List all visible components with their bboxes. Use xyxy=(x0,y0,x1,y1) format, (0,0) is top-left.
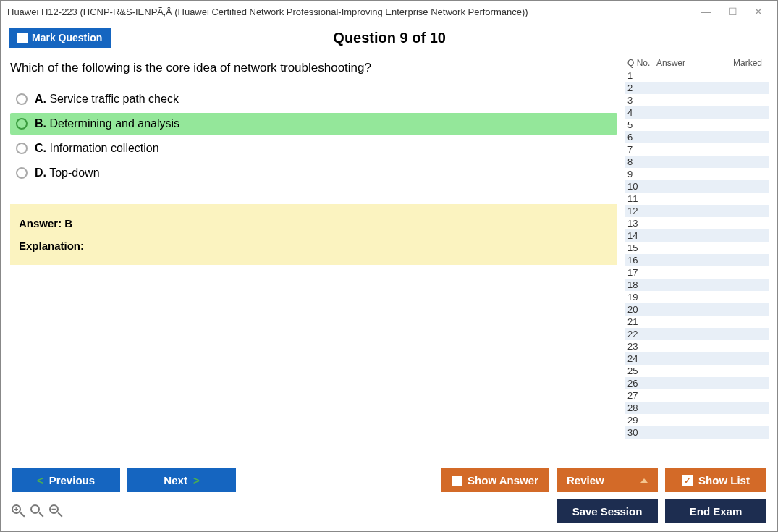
chevron-up-icon xyxy=(640,478,648,483)
option-c-label: C. Information collection xyxy=(35,142,159,155)
app-window: Huawei H12-223 (HCNP-R&S-IENPÃ‚Â (Huawei… xyxy=(0,0,778,532)
save-session-label: Save Session xyxy=(572,505,643,518)
zoom-out-icon[interactable]: − xyxy=(49,504,64,519)
list-item[interactable]: 10 xyxy=(625,180,769,193)
list-item[interactable]: 28 xyxy=(625,402,769,414)
radio-icon xyxy=(16,143,28,154)
list-item[interactable]: 9 xyxy=(625,168,769,180)
next-button[interactable]: Next > xyxy=(127,468,236,492)
radio-icon xyxy=(16,93,28,105)
qlist-header-qno: Q No. xyxy=(627,58,656,68)
list-item[interactable]: 3 xyxy=(625,94,769,106)
qlist-header-marked: Marked xyxy=(727,58,766,68)
list-item[interactable]: 19 xyxy=(625,291,769,303)
qlist-header-answer: Answer xyxy=(656,58,727,68)
qlist-header: Q No. Answer Marked xyxy=(625,56,769,69)
question-counter-title: Question 9 of 10 xyxy=(9,30,769,46)
next-label: Next xyxy=(164,474,187,486)
list-item[interactable]: 6 xyxy=(625,131,769,143)
list-item[interactable]: 17 xyxy=(625,266,769,279)
list-item[interactable]: 1 xyxy=(625,69,769,82)
list-item[interactable]: 11 xyxy=(625,193,769,205)
list-item[interactable]: 12 xyxy=(625,205,769,217)
list-item[interactable]: 14 xyxy=(625,229,769,242)
list-item[interactable]: 26 xyxy=(625,377,769,389)
question-panel: Which of the following is the core idea … xyxy=(9,56,625,461)
explanation-line: Explanation: xyxy=(19,240,609,252)
review-button[interactable]: Review xyxy=(557,468,658,492)
list-item[interactable]: 25 xyxy=(625,365,769,377)
question-list-panel: Q No. Answer Marked 1 2 3 4 5 6 7 8 9 10… xyxy=(625,56,769,461)
list-item[interactable]: 4 xyxy=(625,106,769,119)
list-item[interactable]: 23 xyxy=(625,340,769,352)
maximize-icon[interactable]: ☐ xyxy=(726,6,739,17)
window-title: Huawei H12-223 (HCNP-R&S-IENPÃ‚Â (Huawei… xyxy=(7,7,700,17)
list-item[interactable]: 20 xyxy=(625,303,769,316)
previous-button[interactable]: < Previous xyxy=(12,468,120,492)
footer: < Previous Next > Show Answer Review ✓ S… xyxy=(1,461,777,499)
radio-icon xyxy=(16,118,28,130)
list-item[interactable]: 24 xyxy=(625,352,769,365)
qlist-scroll[interactable]: 1 2 3 4 5 6 7 8 9 10 11 12 13 14 15 16 1… xyxy=(625,69,769,461)
list-item[interactable]: 21 xyxy=(625,316,769,328)
window-controls: — ☐ ✕ xyxy=(700,6,771,17)
zoom-in-icon[interactable]: + xyxy=(12,504,26,519)
chevron-left-icon: < xyxy=(37,474,43,486)
list-item[interactable]: 29 xyxy=(625,414,769,426)
end-exam-label: End Exam xyxy=(690,505,743,518)
radio-icon xyxy=(16,167,28,179)
list-item[interactable]: 27 xyxy=(625,389,769,402)
main-row: Which of the following is the core idea … xyxy=(1,56,777,461)
option-a-row[interactable]: A. Service traffic path check xyxy=(10,88,617,110)
list-item[interactable]: 22 xyxy=(625,328,769,340)
header-row: Mark Question Question 9 of 10 xyxy=(1,22,777,56)
option-d-row[interactable]: D. Top-down xyxy=(10,162,617,184)
show-list-label: Show List xyxy=(698,474,750,486)
zoom-reset-icon[interactable] xyxy=(30,504,45,519)
list-item[interactable]: 2 xyxy=(625,82,769,94)
list-item[interactable]: 18 xyxy=(625,279,769,291)
answer-line: Answer: B xyxy=(19,217,609,229)
list-item[interactable]: 8 xyxy=(625,156,769,168)
option-d-label: D. Top-down xyxy=(35,166,100,180)
checkbox-icon xyxy=(452,476,462,486)
footer2: + − Save Session End Exam xyxy=(1,499,777,531)
option-a-label: A. Service traffic path check xyxy=(35,93,179,106)
option-b-label: B. Determining and analysis xyxy=(35,117,179,130)
titlebar: Huawei H12-223 (HCNP-R&S-IENPÃ‚Â (Huawei… xyxy=(1,1,777,22)
session-buttons: Save Session End Exam xyxy=(557,499,766,523)
close-icon[interactable]: ✕ xyxy=(752,6,765,17)
chevron-right-icon: > xyxy=(193,474,200,486)
list-item[interactable]: 13 xyxy=(625,217,769,229)
option-c-row[interactable]: C. Information collection xyxy=(10,138,617,159)
save-session-button[interactable]: Save Session xyxy=(557,499,658,523)
list-item[interactable]: 30 xyxy=(625,426,769,439)
option-b-row[interactable]: B. Determining and analysis xyxy=(10,113,617,135)
previous-label: Previous xyxy=(49,474,95,486)
checked-icon: ✓ xyxy=(682,475,693,486)
zoom-controls: + − xyxy=(12,504,64,519)
list-item[interactable]: 5 xyxy=(625,119,769,131)
review-label: Review xyxy=(567,474,604,486)
list-item[interactable]: 15 xyxy=(625,242,769,254)
show-list-button[interactable]: ✓ Show List xyxy=(665,468,766,492)
show-answer-button[interactable]: Show Answer xyxy=(441,468,549,492)
end-exam-button[interactable]: End Exam xyxy=(665,499,766,523)
answer-box: Answer: B Explanation: xyxy=(10,204,617,265)
minimize-icon[interactable]: — xyxy=(700,6,713,17)
show-answer-label: Show Answer xyxy=(468,474,538,486)
question-text: Which of the following is the core idea … xyxy=(10,61,617,75)
list-item[interactable]: 7 xyxy=(625,143,769,156)
list-item[interactable]: 16 xyxy=(625,254,769,266)
